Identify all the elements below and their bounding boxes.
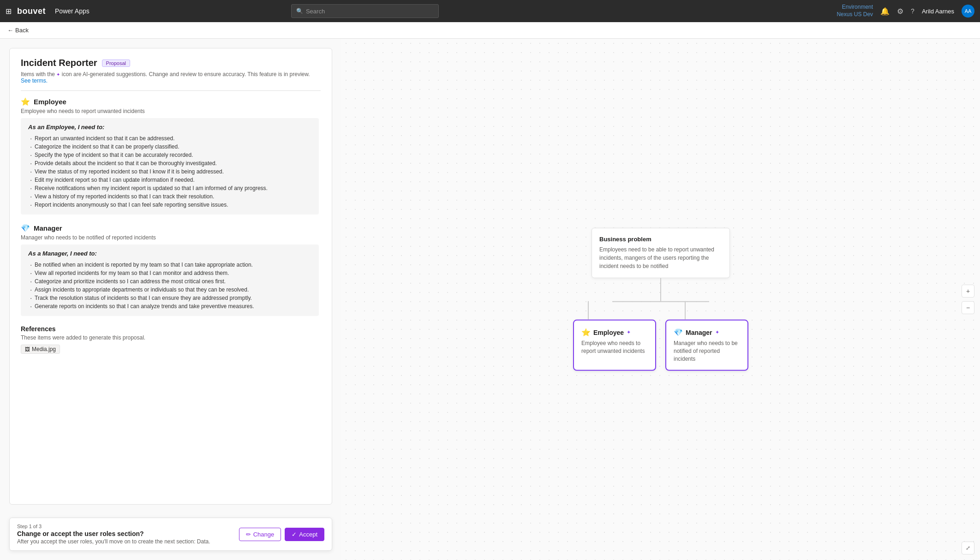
manager-role-subtitle: Manager who needs to be notified of repo… <box>21 234 319 241</box>
step-title: Change or accept the user roles section? <box>17 530 210 537</box>
back-label: Back <box>15 27 29 34</box>
list-item: Categorize and prioritize incidents so I… <box>28 277 311 286</box>
bp-title: Business problem <box>599 236 722 243</box>
user-name: Arild Aarnes <box>922 8 954 15</box>
diagram-container: Business problem Employees need to be ab… <box>522 228 799 371</box>
employee-role-header: ⭐ Employee <box>21 97 319 106</box>
proposal-card: Incident Reporter Proposal Items with th… <box>9 48 332 505</box>
list-item: View a history of my reported incidents … <box>28 192 311 201</box>
employee-role-subtitle: Employee who needs to report unwanted in… <box>21 108 319 114</box>
fit-view-button[interactable]: ⤢ <box>962 542 974 554</box>
search-icon: 🔍 <box>296 8 303 14</box>
manager-role-header: 💎 Manager <box>21 224 319 232</box>
employee-body-title: As an Employee, I need to: <box>28 124 311 131</box>
employee-diagram-card: ⭐ Employee ✦ Employee who needs to repor… <box>573 320 656 371</box>
avatar[interactable]: AA <box>962 5 974 18</box>
manager-icon: 💎 <box>21 224 30 232</box>
right-toolbar: + − <box>962 285 974 314</box>
role-cards-row: ⭐ Employee ✦ Employee who needs to repor… <box>522 320 799 371</box>
sub-nav: ← Back <box>0 22 980 39</box>
back-button[interactable]: ← Back <box>7 27 29 34</box>
list-item: Report incidents anonymously so that I c… <box>28 201 311 209</box>
references-section: References These items were added to gen… <box>21 325 319 354</box>
employee-ai-icon: ✦ <box>627 329 631 335</box>
accept-button[interactable]: ✓ Accept <box>285 528 324 541</box>
manager-body-title: As a Manager, I need to: <box>28 250 311 257</box>
manager-card-name: Manager <box>686 328 712 336</box>
action-bar-left: Step 1 of 3 Change or accept the user ro… <box>17 524 210 545</box>
list-item: Receive notifications when my incident r… <box>28 184 311 192</box>
reference-tag: 🖼 Media.jpg <box>21 345 60 354</box>
list-item: Categorize the incident so that it can b… <box>28 143 311 151</box>
employee-role-body: As an Employee, I need to: Report an unw… <box>21 118 319 214</box>
manager-card-desc: Manager who needs to be notified of repo… <box>674 340 740 363</box>
edit-icon: ✏ <box>246 531 251 538</box>
action-bar: Step 1 of 3 Change or accept the user ro… <box>9 518 332 551</box>
list-item: Specify the type of incident so that it … <box>28 151 311 159</box>
employee-card-name: Employee <box>593 328 624 336</box>
bp-desc: Employees need to be able to report unwa… <box>599 245 722 270</box>
connector-horizontal <box>522 301 799 320</box>
employee-role-title: Employee <box>34 98 66 106</box>
manager-role-title: Manager <box>34 224 62 232</box>
settings-icon[interactable]: ⚙ <box>897 7 903 16</box>
manager-role-section: 💎 Manager Manager who needs to be notifi… <box>21 224 319 316</box>
nav-right: Environment Nexus US Dev 🔔 ⚙ ? Arild Aar… <box>837 4 974 18</box>
list-item: Report an unwanted incident so that it c… <box>28 134 311 143</box>
search-bar[interactable]: 🔍 <box>291 4 439 18</box>
environment-label: Environment Nexus US Dev <box>837 4 873 18</box>
manager-ai-icon: ✦ <box>715 329 719 335</box>
list-item: Generate reports on incidents so that I … <box>28 302 311 310</box>
employee-items-list: Report an unwanted incident so that it c… <box>28 134 311 209</box>
employee-role-section: ⭐ Employee Employee who needs to report … <box>21 97 319 214</box>
see-terms-link[interactable]: See terms. <box>21 77 48 84</box>
list-item: Provide details about the incident so th… <box>28 159 311 167</box>
grid-icon[interactable]: ⊞ <box>6 7 12 16</box>
employee-icon: ⭐ <box>21 97 30 106</box>
connector-branch-left <box>588 301 589 320</box>
search-input[interactable] <box>306 8 434 15</box>
references-subtitle: These items were added to generate this … <box>21 334 319 341</box>
zoom-out-button[interactable]: − <box>962 301 974 314</box>
list-item: Be notified when an incident is reported… <box>28 261 311 269</box>
action-bar-buttons: ✏ Change ✓ Accept <box>239 528 324 541</box>
change-button[interactable]: ✏ Change <box>239 528 281 541</box>
manager-card-header: 💎 Manager ✦ <box>674 328 740 337</box>
list-item: View all reported incidents for my team … <box>28 269 311 277</box>
app-name: Power Apps <box>55 7 90 15</box>
references-title: References <box>21 325 319 333</box>
manager-diagram-card: 💎 Manager ✦ Manager who needs to be noti… <box>665 320 748 371</box>
list-item: View the status of my reported incident … <box>28 167 311 176</box>
image-icon: 🖼 <box>25 346 30 352</box>
proposal-badge: Proposal <box>102 60 130 67</box>
list-item: Track the resolution status of incidents… <box>28 294 311 302</box>
manager-role-body: As a Manager, I need to: Be notified whe… <box>21 244 319 316</box>
bell-icon[interactable]: 🔔 <box>880 7 890 16</box>
manager-card-icon: 💎 <box>674 328 683 337</box>
main-layout: Incident Reporter Proposal Items with th… <box>0 39 980 560</box>
brand-logo: bouvet <box>17 6 46 16</box>
help-icon[interactable]: ? <box>911 7 914 15</box>
back-arrow-icon: ← <box>7 27 13 34</box>
list-item: Assign incidents to appropriate departme… <box>28 286 311 294</box>
manager-items-list: Be notified when an incident is reported… <box>28 261 311 310</box>
proposal-subtitle: Items with the ✦ icon are AI-generated s… <box>21 71 321 84</box>
list-item: Edit my incident report so that I can up… <box>28 176 311 184</box>
proposal-title: Incident Reporter Proposal <box>21 58 321 68</box>
step-desc: After you accept the user roles, you'll … <box>17 538 210 545</box>
connector-down <box>660 278 661 301</box>
step-label: Step 1 of 3 <box>17 524 210 529</box>
employee-card-icon: ⭐ <box>581 328 591 337</box>
zoom-in-button[interactable]: + <box>962 285 974 298</box>
check-icon: ✓ <box>292 531 297 538</box>
right-panel: Business problem Employees need to be ab… <box>341 39 980 560</box>
top-nav: ⊞ bouvet Power Apps 🔍 Environment Nexus … <box>0 0 980 22</box>
employee-card-desc: Employee who needs to report unwanted in… <box>581 340 648 355</box>
employee-card-header: ⭐ Employee ✦ <box>581 328 648 337</box>
left-panel: Incident Reporter Proposal Items with th… <box>0 39 341 560</box>
scroll-container[interactable]: ⭐ Employee Employee who needs to report … <box>21 97 321 498</box>
business-problem-card: Business problem Employees need to be ab… <box>592 228 730 278</box>
connector-branch-right <box>685 301 686 320</box>
